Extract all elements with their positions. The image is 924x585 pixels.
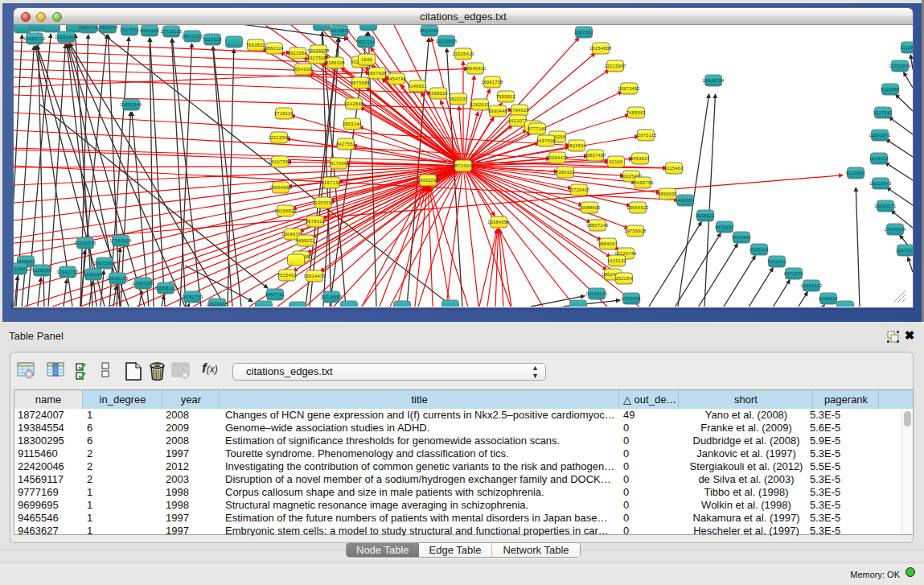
svg-text:14055712: 14055712 — [23, 36, 46, 41]
svg-text:11353594: 11353594 — [312, 200, 334, 205]
svg-text:7625402: 7625402 — [277, 273, 297, 278]
svg-text:1546: 1546 — [361, 57, 372, 62]
svg-text:17957255: 17957255 — [132, 281, 154, 286]
svg-text:8938923: 8938923 — [696, 213, 715, 218]
svg-text:2803144: 2803144 — [343, 122, 362, 126]
svg-text:6899695: 6899695 — [658, 192, 677, 196]
svg-text:1115689: 1115689 — [32, 268, 51, 273]
svg-text:1112853: 1112853 — [900, 45, 913, 50]
svg-text:9227342: 9227342 — [873, 110, 893, 115]
svg-text:8912954: 8912954 — [288, 51, 307, 56]
svg-text:16154808: 16154808 — [589, 46, 612, 51]
svg-text:19384554: 19384554 — [487, 220, 510, 225]
svg-text:8860124: 8860124 — [265, 46, 284, 51]
svg-text:16671355: 16671355 — [181, 34, 203, 39]
svg-text:19218506: 19218506 — [435, 39, 458, 43]
svg-text:10719155: 10719155 — [160, 29, 183, 34]
svg-text:3911941: 3911941 — [14, 266, 28, 271]
svg-text:1440954: 1440954 — [676, 198, 695, 203]
svg-text:10958117: 10958117 — [154, 286, 176, 290]
svg-text:19654963: 19654963 — [269, 185, 292, 190]
svg-text:9242848: 9242848 — [344, 101, 363, 106]
svg-text:1362615: 1362615 — [470, 102, 490, 107]
svg-text:18807249: 18807249 — [586, 223, 609, 228]
svg-text:1733426: 1733426 — [622, 296, 641, 301]
svg-text:10973493: 10973493 — [618, 86, 640, 91]
svg-text:12093872: 12093872 — [869, 133, 891, 138]
svg-text:16543382: 16543382 — [292, 67, 314, 72]
svg-text:4498222: 4498222 — [296, 238, 315, 243]
svg-text:9457791: 9457791 — [265, 292, 285, 297]
svg-text:16033809: 16033809 — [328, 28, 351, 33]
svg-text:1588520: 1588520 — [429, 91, 448, 96]
svg-text:20364436: 20364436 — [546, 155, 569, 160]
svg-text:19166829: 19166829 — [274, 208, 297, 213]
svg-text:9463627: 9463627 — [630, 156, 650, 161]
svg-text:9884067: 9884067 — [598, 241, 618, 246]
svg-text:8427552: 8427552 — [336, 142, 355, 146]
svg-text:1527602: 1527602 — [120, 27, 139, 32]
svg-text:15751074: 15751074 — [889, 64, 911, 68]
svg-text:19692971: 19692971 — [874, 204, 897, 208]
svg-text:1145194: 1145194 — [84, 272, 103, 277]
svg-text:8990448: 8990448 — [488, 109, 507, 113]
svg-text:1905710: 1905710 — [79, 25, 98, 30]
svg-text:16210643: 16210643 — [869, 181, 892, 186]
svg-text:19975887: 19975887 — [93, 261, 116, 266]
svg-text:20206576: 20206576 — [74, 241, 97, 245]
svg-text:9146821: 9146821 — [408, 84, 427, 89]
svg-text:15495756: 15495756 — [631, 180, 654, 185]
svg-text:19654923: 19654923 — [626, 205, 649, 210]
svg-text:8813054: 8813054 — [420, 28, 439, 33]
svg-text:16782759: 16782759 — [181, 295, 203, 299]
svg-text:12213369: 12213369 — [268, 135, 290, 140]
svg-text:3824554: 3824554 — [567, 143, 586, 148]
svg-text:1244419: 1244419 — [869, 156, 889, 161]
svg-text:19756928: 19756928 — [624, 229, 647, 233]
svg-text:16648784: 16648784 — [702, 78, 725, 83]
svg-text:1167533: 1167533 — [896, 248, 913, 253]
svg-text:7515526: 7515526 — [203, 37, 222, 42]
svg-text:9129966: 9129966 — [881, 87, 900, 92]
svg-text:8186328: 8186328 — [326, 60, 345, 65]
svg-text:9245652: 9245652 — [819, 296, 838, 301]
svg-text:7485063: 7485063 — [626, 110, 646, 115]
svg-text:9327500: 9327500 — [307, 56, 326, 60]
svg-text:12975115: 12975115 — [634, 133, 656, 138]
svg-text:13325419: 13325419 — [452, 51, 474, 56]
svg-text:17359924: 17359924 — [109, 238, 132, 243]
svg-text:12905135: 12905135 — [106, 276, 129, 281]
svg-text:9115460: 9115460 — [664, 166, 684, 171]
svg-text:12213967: 12213967 — [604, 64, 626, 68]
svg-text:18724007: 18724007 — [452, 163, 474, 168]
svg-text:10807487: 10807487 — [584, 153, 606, 158]
svg-text:16914479: 16914479 — [303, 274, 326, 278]
svg-text:6479197: 6479197 — [715, 225, 734, 229]
svg-text:9474444: 9474444 — [732, 235, 751, 240]
svg-text:3875685: 3875685 — [351, 80, 370, 85]
svg-text:6497508: 6497508 — [536, 138, 556, 143]
svg-text:2935114: 2935114 — [749, 247, 769, 252]
svg-text:7955812: 7955812 — [496, 94, 515, 99]
svg-text:252254: 252254 — [616, 276, 633, 281]
svg-text:20053346: 20053346 — [120, 102, 142, 107]
svg-text:17016504: 17016504 — [884, 227, 906, 232]
svg-text:10653267: 10653267 — [97, 25, 119, 30]
svg-text:14136141: 14136141 — [585, 291, 608, 296]
svg-text:15716485: 15716485 — [320, 295, 343, 299]
svg-text:7857224: 7857224 — [356, 39, 376, 44]
svg-text:12942757: 12942757 — [56, 270, 79, 274]
svg-text:817006: 817006 — [331, 161, 347, 166]
svg-text:2867608: 2867608 — [368, 71, 387, 76]
svg-text:7632621: 7632621 — [767, 259, 786, 264]
svg-text:62160: 62160 — [609, 159, 622, 164]
svg-text:10688609: 10688609 — [578, 205, 601, 210]
svg-text:6466160: 6466160 — [140, 28, 159, 33]
svg-text:12923465: 12923465 — [206, 302, 228, 307]
svg-text:18300295: 18300295 — [417, 178, 439, 183]
svg-text:1615132: 1615132 — [607, 258, 626, 263]
svg-text:8878312: 8878312 — [306, 219, 325, 224]
svg-text:16961758: 16961758 — [481, 80, 503, 84]
svg-text:2087682: 2087682 — [574, 30, 593, 35]
svg-text:7386322: 7386322 — [556, 170, 575, 175]
